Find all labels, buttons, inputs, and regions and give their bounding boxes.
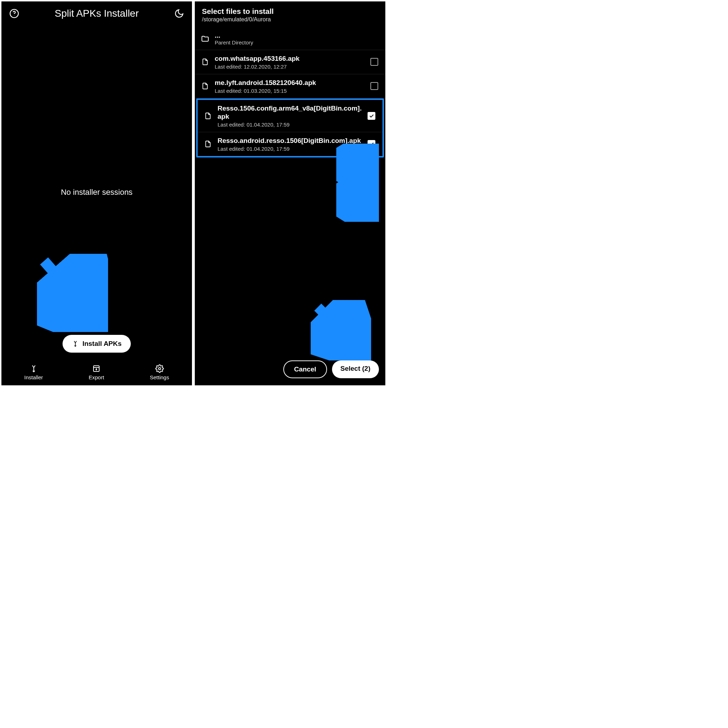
file-row[interactable]: Resso.1506.config.arm64_v8a[DigitBin.com…: [198, 100, 382, 133]
nav-export[interactable]: Export: [89, 364, 104, 380]
folder-icon: [200, 35, 210, 43]
cancel-button[interactable]: Cancel: [283, 361, 327, 378]
fab-label: Install APKs: [83, 340, 122, 348]
file-checkbox[interactable]: [370, 82, 378, 90]
nav-installer[interactable]: Installer: [24, 364, 43, 380]
selection-highlight: Resso.1506.config.arm64_v8a[DigitBin.com…: [196, 98, 384, 158]
file-checkbox[interactable]: [367, 140, 375, 148]
install-apks-button[interactable]: Install APKs: [63, 335, 131, 353]
nav-label: Installer: [24, 374, 43, 380]
parent-label: Parent Directory: [215, 40, 380, 46]
nav-label: Export: [89, 374, 104, 380]
file-name: com.whatsapp.453166.apk: [215, 54, 366, 63]
file-name: me.lyft.android.1582120640.apk: [215, 78, 366, 87]
file-sub: Last edited: 12.02.2020, 12:27: [215, 64, 366, 70]
left-screen: Split APKs Installer No installer sessio…: [2, 2, 192, 385]
nav-label: Settings: [150, 374, 169, 380]
file-icon: [203, 140, 213, 148]
file-checkbox[interactable]: [370, 58, 378, 66]
nav-settings[interactable]: Settings: [150, 364, 169, 380]
right-screen: Select files to install /storage/emulate…: [195, 2, 385, 385]
action-bar: Cancel Select (2): [283, 361, 379, 378]
file-name: Resso.1506.config.arm64_v8a[DigitBin.com…: [217, 104, 362, 121]
file-icon: [200, 82, 210, 90]
empty-state: No installer sessions: [2, 23, 192, 361]
file-row[interactable]: com.whatsapp.453166.apk Last edited: 12.…: [195, 50, 385, 74]
select-button[interactable]: Select (2): [332, 361, 379, 378]
bottom-nav: Installer Export Settings: [2, 361, 192, 385]
app-topbar: Split APKs Installer: [2, 2, 192, 23]
file-sub: Last edited: 01.04.2020, 17:59: [217, 146, 362, 152]
parent-directory-row[interactable]: ... Parent Directory: [195, 28, 385, 50]
empty-message: No installer sessions: [61, 188, 133, 197]
merge-icon: [29, 364, 38, 373]
file-list: ... Parent Directory com.whatsapp.453166…: [195, 28, 385, 385]
merge-icon: [72, 340, 79, 347]
picker-header: Select files to install /storage/emulate…: [195, 2, 385, 28]
svg-point-1: [14, 15, 14, 16]
file-icon: [203, 112, 213, 120]
app-title: Split APKs Installer: [55, 8, 139, 19]
moon-icon[interactable]: [173, 8, 185, 19]
file-sub: Last edited: 01.03.2020, 15:15: [215, 88, 366, 94]
file-row[interactable]: me.lyft.android.1582120640.apk Last edit…: [195, 74, 385, 98]
picker-path: /storage/emulated/0/Aurora: [202, 16, 378, 23]
picker-title: Select files to install: [202, 7, 378, 16]
file-icon: [200, 58, 210, 66]
parent-dots: ...: [215, 32, 380, 39]
help-icon[interactable]: [9, 8, 20, 19]
archive-icon: [92, 364, 101, 373]
file-checkbox[interactable]: [367, 112, 375, 120]
file-row[interactable]: Resso.android.resso.1506[DigitBin.com].a…: [198, 132, 382, 156]
gear-icon: [155, 364, 164, 373]
file-name: Resso.android.resso.1506[DigitBin.com].a…: [217, 136, 362, 145]
file-sub: Last edited: 01.04.2020, 17:59: [217, 122, 362, 128]
svg-point-3: [159, 367, 161, 370]
